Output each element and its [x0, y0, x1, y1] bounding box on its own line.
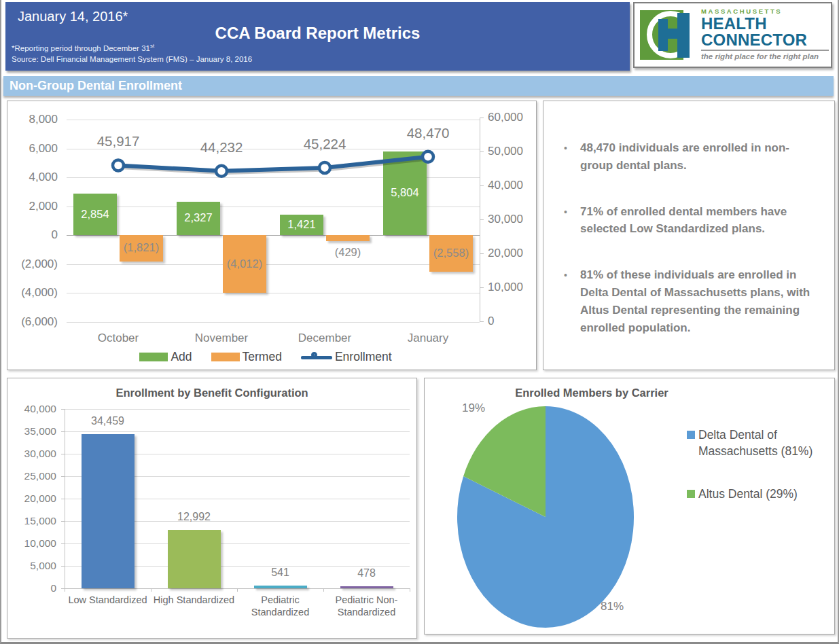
secondary-axis-tick — [480, 151, 484, 152]
enrollment-value-label-december: 45,224 — [281, 136, 369, 152]
bar-chart-x-tick — [65, 588, 65, 592]
add-bar-label-january: 5,804 — [383, 186, 427, 199]
benefit-bar-value-pediatric-standardized: 541 — [247, 567, 315, 579]
pie-legend-label: Delta Dental of Massachusetts (81%) — [698, 427, 813, 459]
enrollment-value-label-october: 45,917 — [74, 133, 162, 149]
right-axis-tick-label: 10,000 — [488, 281, 523, 294]
reporting-period-footnote: *Reporting period through December 31st — [12, 43, 154, 52]
bar-chart-y-axis-line — [65, 409, 65, 588]
benefit-category-label-pediatric-non--standardized: Pediatric Non- Standardized — [324, 594, 410, 618]
secondary-axis-tick — [480, 219, 484, 220]
pie-legend-item-altus: Altus Dental (29%) — [687, 486, 813, 503]
right-axis-tick-label: 30,000 — [488, 213, 523, 226]
pie-legend-item-delta: Delta Dental of Massachusetts (81%) — [687, 427, 813, 459]
benefit-bar-value-high-standardized: 12,992 — [160, 511, 228, 523]
right-axis-tick-label: 0 — [488, 315, 494, 328]
bar-chart-x-tick — [410, 588, 410, 592]
benefit-bar-pediatric-standardized — [254, 586, 307, 588]
dental-trend-chart-legend: AddTermedEnrollment — [7, 350, 536, 364]
legend-label-termed: Termed — [243, 350, 282, 364]
left-axis-tick-label: 2,000 — [7, 200, 58, 213]
legend-label-add: Add — [171, 350, 192, 364]
enrollment-marker-december — [319, 162, 330, 173]
termed-bar-label-november: (4,012) — [223, 257, 266, 270]
commentary-bullets: • 48,470 individuals are enrolled in non… — [543, 101, 834, 337]
left-axis-tick-label: 8,000 — [7, 113, 58, 126]
pie-slice-delta — [457, 406, 634, 628]
left-axis-tick-label: (4,000) — [7, 286, 58, 300]
termed-bar-label-october: (1,821) — [120, 241, 163, 254]
bullet-item: • 71% of enrolled dental members have se… — [564, 203, 817, 238]
enrollment-value-label-january: 48,470 — [384, 125, 472, 141]
report-header: January 14, 2016* CCA Board Report Metri… — [5, 2, 630, 71]
pie-data-label-81: 81% — [592, 600, 632, 613]
benefit-bar-high-standardized — [168, 530, 221, 588]
month-label-november: November — [177, 332, 266, 345]
bar-chart-y-tick-label: 35,000 — [7, 425, 56, 437]
bar-chart-x-tick — [237, 588, 238, 592]
bar-chart-y-tick-label: 5,000 — [7, 560, 56, 572]
secondary-axis-tick — [480, 253, 484, 254]
footnote-superscript: st — [150, 43, 154, 49]
logo-name-line2: CONNECTOR — [701, 32, 829, 48]
bar-chart-y-tick-label: 0 — [7, 582, 56, 594]
bar-chart-gridline — [65, 431, 410, 432]
bar-chart-y-tick-label: 30,000 — [7, 448, 56, 460]
benefit-bar-low-standardized — [82, 434, 135, 588]
left-axis-tick-label: 0 — [7, 228, 58, 242]
report-date: January 14, 2016* — [18, 9, 128, 24]
benefit-configuration-chart-panel: Enrollment by Benefit Configuration 40,0… — [7, 378, 417, 639]
commentary-panel: • 48,470 individuals are enrolled in non… — [543, 101, 835, 370]
secondary-axis-tick — [480, 321, 484, 322]
bar-chart-y-tick-label: 40,000 — [7, 403, 56, 415]
enrollment-legend-marker — [301, 351, 332, 363]
benefit-chart-plot: 40,00035,00030,00025,00020,00015,00010,0… — [7, 378, 416, 638]
month-label-october: October — [74, 332, 162, 345]
health-connector-logo: MASSACHUSETTS HEALTH CONNECTOR the right… — [633, 2, 832, 68]
source-footnote: Source: Dell Financial Management System… — [12, 55, 252, 63]
legend-line-dot — [311, 352, 317, 358]
bar-chart-x-tick — [323, 588, 324, 592]
page-title: CCA Board Report Metrics — [5, 24, 630, 43]
bar-chart-y-tick-label: 15,000 — [7, 515, 56, 527]
legend-item-enrollment: Enrollment — [301, 350, 392, 364]
bullet-item: • 81% of these individuals are enrolled … — [564, 266, 817, 336]
bullet-text-low-standardized: 71% of enrolled dental members have sele… — [580, 203, 817, 238]
bar-chart-y-tick-label: 10,000 — [7, 537, 56, 550]
health-connector-logo-icon — [640, 8, 698, 62]
termed-legend-swatch — [211, 353, 240, 361]
enrollment-value-label-november: 44,232 — [177, 139, 266, 156]
right-axis-tick-label: 60,000 — [488, 111, 523, 124]
add-legend-swatch — [139, 353, 168, 361]
carrier-pie-legend: Delta Dental of Massachusetts (81%)Altus… — [687, 427, 813, 530]
legend-item-add: Add — [139, 350, 192, 364]
report-page: January 14, 2016* CCA Board Report Metri… — [0, 0, 839, 644]
bullet-marker: • — [564, 266, 580, 336]
right-axis-tick-label: 50,000 — [488, 145, 523, 158]
secondary-axis-tick — [480, 287, 484, 288]
logo-name-line1: HEALTH — [701, 16, 829, 32]
primary-gridline — [67, 264, 480, 265]
right-axis-tick-label: 40,000 — [488, 179, 523, 192]
pie-legend-label: Altus Dental (29%) — [698, 486, 798, 503]
bar-chart-gridline — [65, 409, 410, 410]
right-axis-tick-label: 20,000 — [488, 247, 523, 260]
pie-legend-swatch — [687, 490, 695, 498]
logo-divider — [701, 50, 829, 51]
bullet-item: • 48,470 individuals are enrolled in non… — [564, 139, 817, 175]
primary-gridline — [67, 120, 480, 120]
bar-chart-y-tick-label: 25,000 — [7, 470, 56, 482]
bullet-text-carrier-split: 81% of these individuals are enrolled in… — [580, 266, 817, 336]
bullet-text-enrollment-total: 48,470 individuals are enrolled in non-g… — [580, 139, 817, 175]
termed-bar-december — [326, 235, 370, 241]
footnote-text: *Reporting period through December 31 — [12, 44, 150, 52]
dental-trend-chart-plot: 8,0006,0004,0002,0000(2,000)(4,000)(6,00… — [7, 101, 536, 370]
month-label-december: December — [281, 332, 369, 345]
left-axis-tick-label: (2,000) — [7, 257, 58, 271]
enrollment-marker-october — [113, 160, 124, 171]
pie-data-label-19: 19% — [453, 401, 494, 415]
primary-gridline — [67, 322, 480, 323]
legend-label-enrollment: Enrollment — [335, 350, 392, 364]
bullet-marker: • — [564, 203, 580, 238]
bullet-marker: • — [564, 139, 580, 175]
